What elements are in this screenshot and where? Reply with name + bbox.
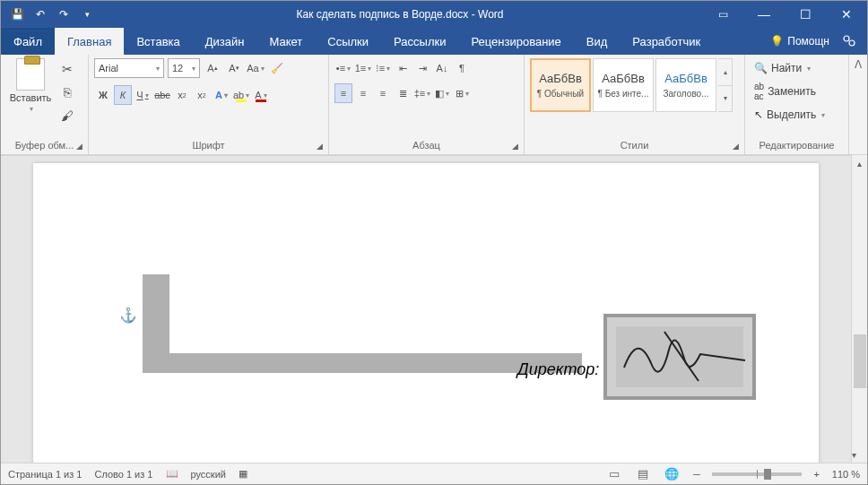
paragraph-dialog-launcher-icon[interactable]: ◢ [512,142,518,151]
qat-customize-icon[interactable]: ▾ [76,4,98,25]
tab-design[interactable]: Дизайн [193,28,257,55]
multilevel-list-icon[interactable]: ⁝≡▾ [374,58,392,78]
macro-icon[interactable]: ▦ [239,468,247,480]
tab-view[interactable]: Вид [574,28,621,55]
subscript-button[interactable]: x2 [173,85,191,105]
highlight-color-icon[interactable]: ab▾ [232,85,250,105]
vertical-scrollbar[interactable]: ▴ ▾ [851,155,867,463]
editing-group-label: Редактирование [760,140,835,151]
grow-font-icon[interactable]: A▴ [204,58,221,78]
numbering-icon[interactable]: 1≡▾ [354,58,372,78]
borders-icon[interactable]: ⊞▾ [453,83,471,103]
tab-references[interactable]: Ссылки [315,28,381,55]
tab-insert[interactable]: Вставка [124,28,192,55]
paragraph-group-label: Абзац [412,140,440,151]
undo-icon[interactable]: ↶ [30,4,51,25]
document-area[interactable]: ⚓ Директор: [1,155,851,463]
select-button[interactable]: ↖ Выделить▾ [751,105,829,125]
print-layout-icon[interactable]: ▤ [633,466,653,482]
redo-icon[interactable]: ↷ [53,4,74,25]
zoom-handle[interactable] [764,469,771,480]
window-buttons: ― ☐ ✕ [743,1,867,28]
decrease-indent-icon[interactable]: ⇤ [394,58,412,78]
spellcheck-icon[interactable]: 📖 [166,468,178,480]
word-count[interactable]: Слово 1 из 1 [94,469,152,480]
chevron-up-icon: ▴ [718,59,732,85]
font-name-combo[interactable]: Arial▾ [94,58,164,78]
shading-icon[interactable]: ◧▾ [433,83,451,103]
increase-indent-icon[interactable]: ⇥ [413,58,431,78]
tell-me-search[interactable]: 💡 Помощн [770,35,829,48]
align-right-icon[interactable]: ≡ [374,83,392,103]
underline-button[interactable]: Ч▾ [134,85,152,105]
zoom-in-button[interactable]: + [811,469,823,480]
clear-formatting-icon[interactable]: 🧹 [268,58,286,78]
change-case-icon[interactable]: Aa▾ [247,58,265,78]
zoom-slider[interactable] [712,472,802,476]
sort-icon[interactable]: A↓ [433,58,451,78]
align-left-icon[interactable]: ≡ [334,83,352,103]
svg-point-0 [844,36,849,41]
replace-button[interactable]: abac Заменить [751,82,829,101]
scroll-down-icon[interactable]: ▾ [852,446,856,463]
superscript-button[interactable]: x2 [193,85,211,105]
tab-review[interactable]: Рецензирование [458,28,573,55]
font-size-combo[interactable]: 12▾ [168,58,200,78]
minimize-button[interactable]: ― [743,1,785,28]
page-indicator[interactable]: Страница 1 из 1 [8,469,82,480]
bold-button[interactable]: Ж [94,85,112,105]
group-font: Arial▾ 12▾ A▴ A▾ Aa▾ 🧹 Ж К Ч▾ abc x2 x2 … [89,55,329,154]
justify-icon[interactable]: ≣ [394,83,412,103]
text-effects-icon[interactable]: A▾ [213,85,230,105]
tab-layout[interactable]: Макет [256,28,315,55]
clipboard-icon [16,58,45,91]
zoom-out-button[interactable]: ─ [690,469,703,480]
align-center-icon[interactable]: ≡ [354,83,372,103]
italic-button[interactable]: К [114,85,132,105]
find-button[interactable]: 🔍 Найти▾ [751,58,829,78]
line-spacing-icon[interactable]: ‡≡▾ [413,83,431,103]
font-dialog-launcher-icon[interactable]: ◢ [317,142,323,151]
collapse-ribbon-icon[interactable]: ᐱ [849,55,867,154]
cut-icon[interactable]: ✂ [58,60,76,78]
close-button[interactable]: ✕ [826,1,867,28]
ribbon-display-options-icon[interactable]: ▭ [702,1,743,28]
lightbulb-icon: 💡 [770,35,784,48]
copy-icon[interactable]: ⎘ [58,83,76,101]
cursor-icon: ↖ [754,108,763,121]
web-layout-icon[interactable]: 🌐 [662,466,681,482]
share-icon[interactable] [838,30,860,52]
styles-more-button[interactable]: ▴ ▾ [718,58,733,112]
strikethrough-button[interactable]: abc [153,85,171,105]
status-bar: Страница 1 из 1 Слово 1 из 1 📖 русский ▦… [1,463,867,484]
paste-button[interactable]: Вставить ▾ [6,58,55,113]
font-color-icon[interactable]: A▾ [252,85,270,105]
group-styles: АаБбВв ¶ Обычный АаБбВв ¶ Без инте... Аа… [525,55,745,154]
group-clipboard: Вставить ▾ ✂ ⎘ 🖌 Буфер обм...◢ [1,55,89,154]
style-no-spacing[interactable]: АаБбВв ¶ Без инте... [593,58,654,112]
show-hide-marks-icon[interactable]: ¶ [453,58,471,78]
language-indicator[interactable]: русский [191,469,226,480]
save-icon[interactable]: 💾 [6,4,28,25]
style-heading1[interactable]: АаБбВв Заголово... [655,58,716,112]
title-bar: 💾 ↶ ↷ ▾ Как сделать подпись в Ворде.docx… [1,1,867,28]
tab-mailings[interactable]: Рассылки [381,28,458,55]
styles-dialog-launcher-icon[interactable]: ◢ [733,142,739,151]
shrink-font-icon[interactable]: A▾ [225,58,243,78]
svg-point-1 [849,40,855,46]
scroll-thumb[interactable] [854,334,866,388]
style-normal[interactable]: АаБбВв ¶ Обычный [530,58,591,112]
bullets-icon[interactable]: •≡▾ [334,58,352,78]
page[interactable]: ⚓ Директор: [33,163,819,485]
maximize-button[interactable]: ☐ [785,1,826,28]
scroll-up-icon[interactable]: ▴ [852,155,867,171]
tab-developer[interactable]: Разработчик [620,28,713,55]
format-painter-icon[interactable]: 🖌 [58,107,76,125]
clipboard-dialog-launcher-icon[interactable]: ◢ [76,142,82,151]
read-mode-icon[interactable]: ▭ [604,466,624,482]
tab-home[interactable]: Главная [55,28,124,55]
tab-file[interactable]: Файл [1,28,55,55]
anchor-icon: ⚓ [119,307,137,324]
chevron-down-icon: ▾ [718,85,732,112]
zoom-level[interactable]: 110 % [832,469,860,480]
